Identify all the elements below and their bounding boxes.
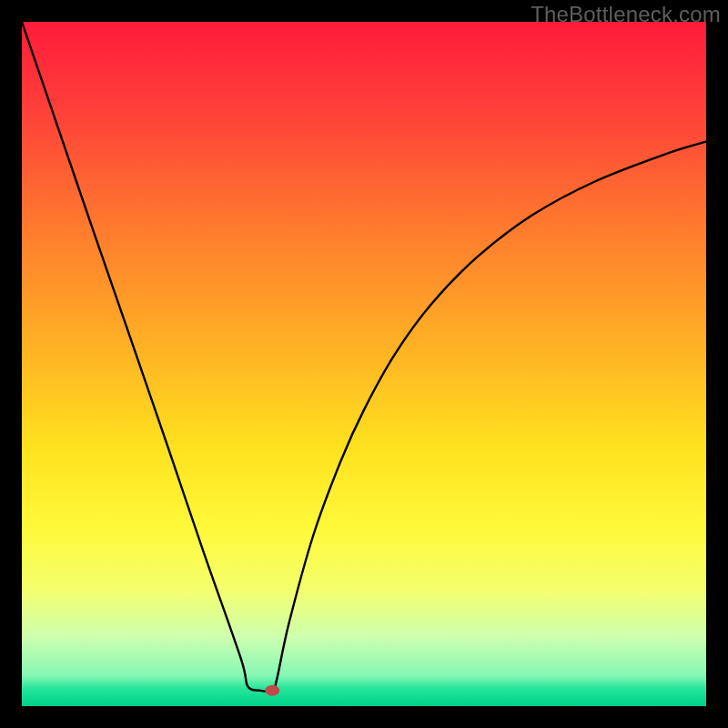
- watermark-text: TheBottleneck.com: [531, 2, 721, 27]
- chart-svg: [22, 22, 706, 706]
- gradient-background: [22, 22, 706, 706]
- chart-frame: TheBottleneck.com: [0, 0, 728, 728]
- minimum-marker: [265, 685, 279, 696]
- plot-area: [22, 22, 706, 706]
